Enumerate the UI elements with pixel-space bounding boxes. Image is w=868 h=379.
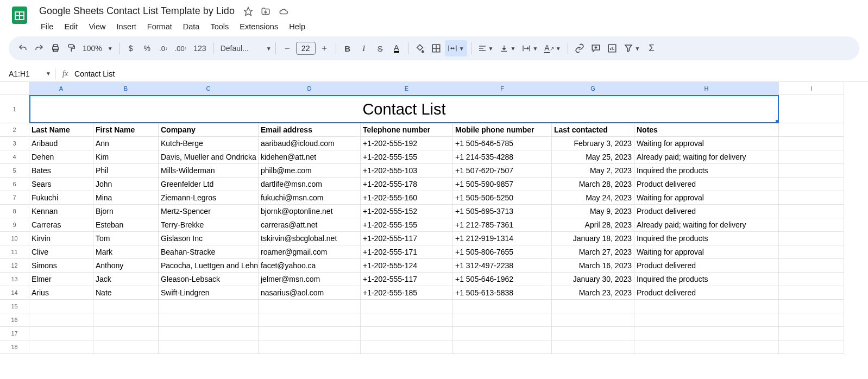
data-cell[interactable]: Ann: [93, 137, 159, 150]
data-cell[interactable]: January 30, 2023: [552, 273, 634, 286]
data-cell[interactable]: carreras@att.net: [259, 218, 361, 232]
col-header-C[interactable]: C: [159, 82, 259, 95]
row-header-4[interactable]: 4: [0, 150, 29, 164]
menu-edit[interactable]: Edit: [59, 20, 83, 33]
data-cell[interactable]: Pacocha, Luettgen and Lehner: [159, 259, 259, 273]
data-cell[interactable]: Mertz-Spencer: [159, 205, 259, 218]
col-header-H[interactable]: H: [634, 82, 779, 95]
rotate-button[interactable]: A↗▼: [542, 40, 563, 56]
functions-button[interactable]: Σ: [644, 40, 659, 56]
data-cell[interactable]: Product delivered: [634, 178, 779, 191]
sheets-logo[interactable]: [9, 4, 30, 26]
empty-cell[interactable]: [29, 313, 93, 327]
data-cell[interactable]: Davis, Mueller and Ondricka: [159, 150, 259, 164]
header-cell[interactable]: Email address: [259, 123, 361, 137]
more-formats-button[interactable]: 123: [191, 40, 209, 56]
menu-help[interactable]: Help: [284, 20, 310, 33]
menu-format[interactable]: Format: [142, 20, 177, 33]
data-cell[interactable]: +1-202-555-103: [361, 164, 453, 178]
data-cell[interactable]: May 25, 2023: [552, 150, 634, 164]
empty-cell[interactable]: [259, 340, 361, 354]
empty-cell[interactable]: [93, 340, 159, 354]
data-cell[interactable]: facet@yahoo.ca: [259, 259, 361, 273]
data-cell[interactable]: [779, 191, 844, 205]
name-box[interactable]: A1:H1 ▼: [0, 70, 55, 78]
data-cell[interactable]: +1 505-506-5250: [453, 191, 552, 205]
header-cell[interactable]: Last contacted: [552, 123, 634, 137]
strike-button[interactable]: S: [373, 40, 388, 56]
empty-cell[interactable]: [779, 327, 844, 340]
h-align-button[interactable]: ▼: [475, 40, 496, 56]
data-cell[interactable]: roamer@gmail.com: [259, 245, 361, 259]
data-cell[interactable]: Aribaud: [29, 137, 93, 150]
data-cell[interactable]: Mills-Wilderman: [159, 164, 259, 178]
data-cell[interactable]: Inquired the products: [634, 273, 779, 286]
empty-cell[interactable]: [93, 313, 159, 327]
data-cell[interactable]: [779, 218, 844, 232]
empty-cell[interactable]: [453, 327, 552, 340]
cell-title[interactable]: Contact List: [29, 95, 779, 123]
data-cell[interactable]: aaribaud@icloud.com: [259, 137, 361, 150]
empty-cell[interactable]: [259, 313, 361, 327]
data-cell[interactable]: Nate: [93, 286, 159, 300]
data-cell[interactable]: +1 505-695-3713: [453, 205, 552, 218]
row-header-18[interactable]: 18: [0, 340, 29, 354]
empty-cell[interactable]: [453, 300, 552, 313]
header-cell[interactable]: [779, 123, 844, 137]
data-cell[interactable]: Bjorn: [93, 205, 159, 218]
data-cell[interactable]: +1 507-620-7507: [453, 164, 552, 178]
empty-cell[interactable]: [361, 327, 453, 340]
empty-cell[interactable]: [779, 340, 844, 354]
col-header-B[interactable]: B: [93, 82, 159, 95]
data-cell[interactable]: Mina: [93, 191, 159, 205]
header-cell[interactable]: First Name: [93, 123, 159, 137]
data-cell[interactable]: Product delivered: [634, 205, 779, 218]
data-cell[interactable]: Jack: [93, 273, 159, 286]
empty-cell[interactable]: [634, 340, 779, 354]
data-cell[interactable]: Elmer: [29, 273, 93, 286]
data-cell[interactable]: March 27, 2023: [552, 245, 634, 259]
row-header-8[interactable]: 8: [0, 205, 29, 218]
data-cell[interactable]: kidehen@att.net: [259, 150, 361, 164]
increase-font-button[interactable]: [317, 40, 332, 56]
row-header-10[interactable]: 10: [0, 232, 29, 245]
row-header-16[interactable]: 16: [0, 313, 29, 327]
data-cell[interactable]: +1 312-497-2238: [453, 259, 552, 273]
col-header-G[interactable]: G: [552, 82, 634, 95]
data-cell[interactable]: May 24, 2023: [552, 191, 634, 205]
data-cell[interactable]: +1-202-555-117: [361, 273, 453, 286]
decrease-font-button[interactable]: [280, 40, 295, 56]
data-cell[interactable]: Already paid; waiting for delivery: [634, 150, 779, 164]
data-cell[interactable]: dartlife@msn.com: [259, 178, 361, 191]
col-header-D[interactable]: D: [259, 82, 361, 95]
header-cell[interactable]: Last Name: [29, 123, 93, 137]
data-cell[interactable]: Mark: [93, 245, 159, 259]
menu-data[interactable]: Data: [178, 20, 205, 33]
empty-cell[interactable]: [29, 340, 93, 354]
redo-button[interactable]: [32, 40, 47, 56]
row-header-1[interactable]: 1: [0, 95, 29, 123]
data-cell[interactable]: [779, 137, 844, 150]
empty-cell[interactable]: [93, 300, 159, 313]
header-cell[interactable]: Mobile phone number: [453, 123, 552, 137]
merge-button[interactable]: ▼: [445, 40, 467, 56]
empty-cell[interactable]: [159, 340, 259, 354]
data-cell[interactable]: Phil: [93, 164, 159, 178]
data-cell[interactable]: March 16, 2023: [552, 259, 634, 273]
empty-cell[interactable]: [259, 300, 361, 313]
data-cell[interactable]: [779, 259, 844, 273]
font-family-dropdown[interactable]: Defaul... ▼: [217, 44, 272, 53]
row-header-9[interactable]: 9: [0, 218, 29, 232]
menu-view[interactable]: View: [84, 20, 110, 33]
select-all-corner[interactable]: [0, 82, 29, 95]
data-cell[interactable]: Sears: [29, 178, 93, 191]
data-cell[interactable]: [779, 232, 844, 245]
italic-button[interactable]: I: [356, 40, 372, 56]
document-title[interactable]: Google Sheets Contact List Template by L…: [36, 4, 238, 18]
col-header-A[interactable]: A: [29, 82, 93, 95]
row-header-17[interactable]: 17: [0, 327, 29, 340]
data-cell[interactable]: Tom: [93, 232, 159, 245]
data-cell[interactable]: Fukuchi: [29, 191, 93, 205]
data-cell[interactable]: Dehen: [29, 150, 93, 164]
empty-cell[interactable]: [159, 300, 259, 313]
